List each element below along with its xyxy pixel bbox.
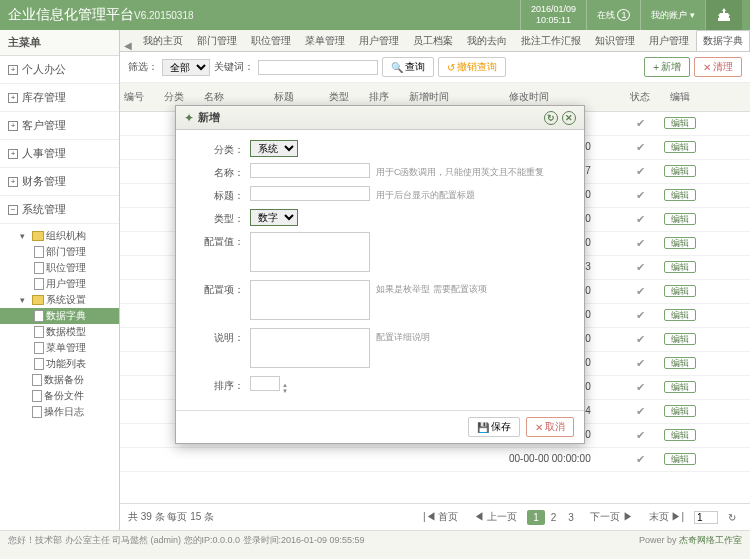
edit-button[interactable]: 编辑 [664,261,696,273]
tab-prev-icon[interactable]: ◀ [120,40,136,51]
modal-cat-select[interactable]: 系统 [250,140,298,157]
check-icon: ✔ [636,381,645,393]
cancel-button[interactable]: ✕ 取消 [526,417,574,437]
tab[interactable]: 职位管理 [244,30,298,51]
tree-org[interactable]: ▾组织机构 [0,228,119,244]
tab[interactable]: 批注工作汇报 [514,30,588,51]
expand-icon: + [8,121,18,131]
pager-first[interactable]: |◀ 首页 [417,508,464,526]
pager-page[interactable]: 2 [545,510,563,525]
expand-icon: − [8,205,18,215]
tree-leaf[interactable]: 功能列表 [0,356,119,372]
refresh-icon[interactable]: ↻ [544,111,558,125]
check-icon: ✔ [636,165,645,177]
tree-leaf[interactable]: 操作日志 [0,404,119,420]
modal-value-textarea[interactable] [250,232,370,272]
modal-options-textarea[interactable] [250,280,370,320]
file-icon [34,310,44,322]
tree-leaf[interactable]: 数据备份 [0,372,119,388]
edit-button[interactable]: 编辑 [664,333,696,345]
check-icon: ✔ [636,333,645,345]
edit-button[interactable]: 编辑 [664,357,696,369]
tree-icon[interactable] [705,0,742,30]
menu-item[interactable]: +库存管理 [0,84,119,112]
x-icon: ✕ [535,422,543,433]
edit-button[interactable]: 编辑 [664,165,696,177]
check-icon: ✔ [636,309,645,321]
pager-next[interactable]: 下一页 ▶ [584,508,639,526]
add-button[interactable]: +新增 [644,57,690,77]
edit-button[interactable]: 编辑 [664,453,696,465]
edit-button[interactable]: 编辑 [664,309,696,321]
check-icon: ✔ [636,405,645,417]
filter-select[interactable]: 全部 [162,59,210,76]
edit-button[interactable]: 编辑 [664,189,696,201]
clear-button[interactable]: ✕清理 [694,57,742,77]
tree-leaf[interactable]: 数据模型 [0,324,119,340]
tab[interactable]: 我的去向 [460,30,514,51]
edit-button[interactable]: 编辑 [664,141,696,153]
modal-title: 新增 [198,110,220,125]
table-row[interactable]: 00-00-00 00:00:00✔编辑 [120,448,750,472]
tab[interactable]: 员工档案 [406,30,460,51]
tree-leaf[interactable]: 部门管理 [0,244,119,260]
file-icon [32,374,42,386]
close-icon[interactable]: ✕ [562,111,576,125]
menu-item[interactable]: +人事管理 [0,140,119,168]
toolbar: 筛选： 全部 关键词： 🔍查询 ↺撤销查询 +新增 ✕清理 [120,52,750,83]
tab[interactable]: 数据字典 [696,30,750,51]
edit-button[interactable]: 编辑 [664,117,696,129]
edit-button[interactable]: 编辑 [664,429,696,441]
pager-last[interactable]: 末页 ▶| [643,508,690,526]
header-account[interactable]: 我的账户 ▾ [640,0,705,30]
sort-stepper[interactable]: ▲▼ [282,382,288,394]
menu-item[interactable]: −系统管理 [0,196,119,224]
tree-leaf[interactable]: 用户管理 [0,276,119,292]
modal-desc-textarea[interactable] [250,328,370,368]
tree-leaf[interactable]: 职位管理 [0,260,119,276]
header-online[interactable]: 在线 1 [586,0,641,30]
menu-item[interactable]: +财务管理 [0,168,119,196]
tab[interactable]: 我的主页 [136,30,190,51]
tree-leaf[interactable]: 数据字典 [0,308,119,324]
edit-button[interactable]: 编辑 [664,285,696,297]
app-header: 企业信息化管理平台V6.20150318 2016/01/0910:05:11 … [0,0,750,30]
tree-sys[interactable]: ▾系统设置 [0,292,119,308]
footer: 您好！技术部 办公室主任 司马懿然 (admin) 您的IP:0.0.0.0 登… [0,530,750,550]
menu-item[interactable]: +个人办公 [0,56,119,84]
modal-sort-input[interactable] [250,376,280,391]
save-icon: 💾 [477,422,489,433]
pager-page[interactable]: 1 [527,510,545,525]
tab[interactable]: 菜单管理 [298,30,352,51]
menu-item[interactable]: +客户管理 [0,112,119,140]
modal-title-input[interactable] [250,186,370,201]
tab[interactable]: 用户管理 [642,30,696,51]
tab[interactable]: 部门管理 [190,30,244,51]
edit-button[interactable]: 编辑 [664,405,696,417]
tab[interactable]: 知识管理 [588,30,642,51]
edit-button[interactable]: 编辑 [664,381,696,393]
plus-icon: + [653,62,659,73]
edit-button[interactable]: 编辑 [664,213,696,225]
pager-go-icon[interactable]: ↻ [722,510,742,525]
file-icon [34,262,44,274]
edit-button[interactable]: 编辑 [664,237,696,249]
pager-goto-input[interactable] [694,511,718,524]
save-button[interactable]: 💾 保存 [468,417,520,437]
search-button[interactable]: 🔍查询 [382,57,434,77]
sidebar-title: 主菜单 [0,30,119,56]
keyword-input[interactable] [258,60,378,75]
header-datetime: 2016/01/0910:05:11 [520,0,586,30]
reset-button[interactable]: ↺撤销查询 [438,57,506,77]
modal-header[interactable]: ✦ 新增 ↻ ✕ [176,106,584,130]
modal-name-input[interactable] [250,163,370,178]
file-icon [34,326,44,338]
pager-prev[interactable]: ◀ 上一页 [468,508,523,526]
pager-page[interactable]: 3 [562,510,580,525]
footer-brand-link[interactable]: 杰奇网络工作室 [679,535,742,545]
tab[interactable]: 用户管理 [352,30,406,51]
expand-icon: + [8,65,18,75]
modal-type-select[interactable]: 数字 [250,209,298,226]
tree-leaf[interactable]: 备份文件 [0,388,119,404]
tree-leaf[interactable]: 菜单管理 [0,340,119,356]
